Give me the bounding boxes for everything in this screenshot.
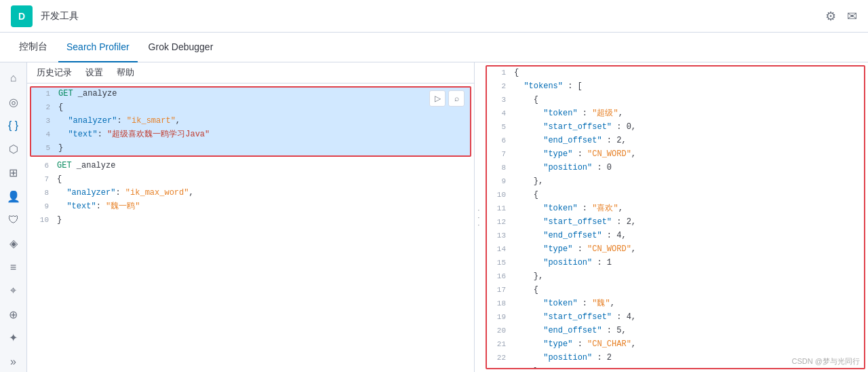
sidebar-icon-security[interactable]: 🛡 [1, 210, 26, 231]
output-line-18: 18 "token" : "魏", [487, 297, 864, 311]
code-line-9: 9 "text": "魏一鸥" [30, 200, 471, 214]
unselected-block: 6 GET _analyze 7 { 8 "analyzer": "ik_max… [30, 160, 471, 227]
output-line-15: 15 "position" : 1 [487, 257, 864, 270]
tab-grok-debugger[interactable]: Grok Debugger [140, 33, 222, 62]
tab-search-profiler[interactable]: Search Profiler [58, 33, 138, 62]
output-line-7: 7 "type" : "CN_WORD", [487, 148, 864, 162]
main-layout: ⌂ ◎ { } ⬡ ⊞ 👤 🛡 ◈ ≡ ⌖ ⊕ ✦ » 历史记录 设置 帮助 [0, 62, 868, 372]
output-line-5: 5 "start_offset" : 0, [487, 121, 864, 134]
sidebar-icon-maps[interactable]: ⊕ [1, 304, 26, 325]
sidebar: ⌂ ◎ { } ⬡ ⊞ 👤 🛡 ◈ ≡ ⌖ ⊕ ✦ » [0, 62, 27, 372]
output-line-14: 14 "type" : "CN_WORD", [487, 243, 864, 257]
content-area: 历史记录 设置 帮助 ▷ ⌕ 1 [27, 62, 868, 372]
action-buttons: ▷ ⌕ [429, 90, 465, 107]
sidebar-icon-monitor[interactable]: ◈ [1, 233, 26, 254]
selected-block: ▷ ⌕ 1 GET _analyze 2 { 3 [30, 86, 471, 157]
output-line-6: 6 "end_offset" : 2, [487, 134, 864, 148]
search-docs-button[interactable]: ⌕ [448, 90, 465, 107]
history-button[interactable]: 历史记录 [33, 65, 76, 80]
editor-wrapper: ▷ ⌕ 1 GET _analyze 2 { 3 [27, 83, 474, 372]
output-line-1: 1 { [487, 67, 864, 80]
code-line-5: 5 } [31, 142, 470, 155]
app-title: 开发工具 [41, 10, 79, 22]
right-panel: 1 { 2 "tokens" : [ 3 { 4 "token" : "超级", [486, 65, 865, 369]
sidebar-icon-more[interactable]: » [1, 351, 26, 372]
divider: · · · [475, 62, 483, 372]
code-line-1: 1 GET _analyze [31, 88, 470, 101]
output-line-10: 10 { [487, 189, 864, 202]
output-line-17: 17 { [487, 284, 864, 297]
output-line-2: 2 "tokens" : [ [487, 80, 864, 94]
output-line-13: 13 "end_offset" : 4, [487, 229, 864, 243]
code-line-6: 6 GET _analyze [30, 160, 471, 173]
output-line-21: 21 "type" : "CN_CHAR", [487, 338, 864, 352]
output-line-11: 11 "token" : "喜欢", [487, 202, 864, 216]
output-line-12: 12 "start_offset" : 2, [487, 216, 864, 229]
sidebar-icon-dashboard[interactable]: ⊞ [1, 162, 26, 183]
sidebar-icon-home[interactable]: ⌂ [1, 68, 26, 89]
header-icons: ⚙ ✉ [825, 9, 857, 24]
run-button[interactable]: ▷ [429, 90, 446, 107]
app-logo[interactable]: D [11, 5, 33, 27]
code-editor[interactable]: ▷ ⌕ 1 GET _analyze 2 { 3 [27, 83, 474, 372]
output-line-4: 4 "token" : "超级", [487, 107, 864, 121]
watermark: CSDN @梦与光同行 [792, 356, 860, 367]
mail-icon[interactable]: ✉ [847, 9, 857, 24]
output-line-19: 19 "start_offset" : 4, [487, 311, 864, 324]
sidebar-icon-ml[interactable]: ✦ [1, 327, 26, 348]
output-line-8: 8 "position" : 0 [487, 162, 864, 175]
output-code[interactable]: 1 { 2 "tokens" : [ 3 { 4 "token" : "超级", [487, 67, 864, 368]
sidebar-icon-devtools[interactable]: { } [1, 115, 26, 136]
help-button[interactable]: 帮助 [113, 65, 138, 80]
tab-console[interactable]: 控制台 [11, 33, 56, 62]
nav-tabs: 控制台 Search Profiler Grok Debugger [0, 33, 868, 62]
sidebar-icon-user[interactable]: 👤 [1, 186, 26, 207]
output-line-3: 3 { [487, 94, 864, 107]
sidebar-icon-visualize[interactable]: ⬡ [1, 138, 26, 160]
sidebar-icon-apm[interactable]: ⌖ [1, 280, 26, 301]
output-line-9: 9 }, [487, 175, 864, 189]
code-line-4: 4 "text": "超级喜欢魏一鸥学习Java" [31, 128, 470, 142]
code-line-3: 3 "analyzer": "ik_smart", [31, 115, 470, 128]
code-line-7: 7 { [30, 173, 471, 187]
code-line-2: 2 { [31, 101, 470, 115]
output-line-20: 20 "end_offset" : 5, [487, 324, 864, 338]
sidebar-icon-search[interactable]: ◎ [1, 92, 26, 113]
output-line-16: 16 }, [487, 270, 864, 284]
editor-toolbar: 历史记录 设置 帮助 [27, 62, 474, 83]
top-header: D 开发工具 ⚙ ✉ [0, 0, 868, 33]
logo-letter: D [18, 11, 25, 22]
code-line-10: 10 } [30, 214, 471, 227]
left-panel: 历史记录 设置 帮助 ▷ ⌕ 1 [27, 62, 475, 372]
settings-icon[interactable]: ⚙ [825, 9, 836, 24]
sidebar-icon-logs[interactable]: ≡ [1, 257, 26, 278]
settings-button[interactable]: 设置 [81, 65, 107, 80]
code-line-8: 8 "analyzer": "ik_max_word", [30, 187, 471, 200]
